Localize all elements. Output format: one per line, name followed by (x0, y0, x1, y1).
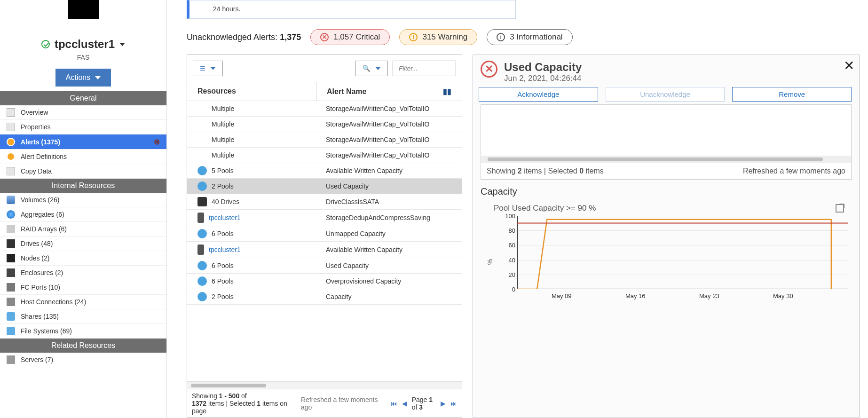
y-axis-label: % (486, 259, 494, 265)
table-row[interactable]: MultipleStorageAvailWrittenCap_VolTotalI… (187, 132, 462, 148)
table-footer: Showing 1 - 500 of 1372 items | Selected… (187, 389, 462, 418)
actions-button[interactable]: Actions (55, 69, 111, 87)
status-ok-icon (41, 40, 50, 48)
view-mode-button[interactable]: ☰ (193, 61, 223, 76)
table-row[interactable]: 5 PoolsAvailable Written Capacity (187, 163, 462, 179)
pool-icon (197, 292, 207, 301)
refreshed-label: Refreshed a few moments ago (743, 167, 845, 175)
table-row[interactable]: 2 PoolsUsed Capacity (187, 179, 462, 194)
cluster-header: tpccluster1 FAS Actions (0, 0, 166, 91)
pager: ⏮ ◀ Page 1 of 3 ▶ ⏭ (391, 396, 457, 411)
close-icon[interactable]: ⊗ (154, 137, 160, 146)
nav-overview[interactable]: Overview (0, 105, 166, 120)
nav-properties[interactable]: Properties (0, 120, 166, 134)
nav-servers[interactable]: Servers (7) (0, 353, 166, 367)
nav-volumes[interactable]: Volumes (26) (0, 193, 166, 207)
chevron-down-icon[interactable] (119, 43, 125, 46)
table-row[interactable]: MultipleStorageAvailWrittenCap_VolTotalI… (187, 117, 462, 132)
chart-title: Pool Used Capacity >= 90 % (494, 204, 596, 213)
resource-label: 6 Pools (212, 277, 234, 285)
srv-icon (197, 213, 204, 223)
detail-title: Used Capacity (504, 61, 582, 74)
nav-alert-definitions[interactable]: Alert Definitions (0, 150, 166, 164)
table-row[interactable]: 6 PoolsUnmapped Capacity (187, 226, 462, 242)
resource-label: tpccluster1 (209, 214, 241, 221)
y-tick-label: 60 (509, 242, 515, 249)
list-icon: ☰ (200, 65, 205, 72)
prev-page-icon[interactable]: ◀ (402, 400, 407, 407)
alert-name-label: Available Written Capacity (316, 246, 462, 253)
section-general: General (0, 91, 166, 105)
expand-icon[interactable] (836, 204, 844, 213)
nav-copy-data[interactable]: Copy Data (0, 164, 166, 179)
search-icon: 🔍 (363, 65, 371, 72)
column-settings-icon[interactable]: ▮▮ (443, 87, 451, 96)
chevron-down-icon (210, 67, 216, 70)
nav-fc-ports[interactable]: FC Ports (10) (0, 280, 166, 295)
refreshed-label: Refreshed a few moments ago (301, 396, 379, 411)
nav-raid[interactable]: RAID Arrays (6) (0, 222, 166, 237)
next-page-icon[interactable]: ▶ (441, 400, 446, 407)
pill-critical[interactable]: ✕1,057 Critical (310, 29, 390, 45)
horizontal-scrollbar[interactable] (481, 156, 851, 163)
critical-icon: ✕ (481, 61, 497, 78)
first-page-icon[interactable]: ⏮ (391, 400, 397, 407)
nav-alerts[interactable]: Alerts (1375)⊗ (0, 134, 166, 150)
table-header: Resources Alert Name▮▮ (187, 82, 462, 101)
alert-name-label: StorageAvailWrittenCap_VolTotalIO (316, 105, 462, 112)
nav-filesystems[interactable]: File Systems (69) (0, 324, 166, 339)
alert-name-label: StorageAvailWrittenCap_VolTotalIO (316, 136, 462, 143)
info-icon: i (497, 33, 505, 41)
nav-aggregates[interactable]: Aggregates (6) (0, 207, 166, 222)
nav-nodes[interactable]: Nodes (2) (0, 251, 166, 266)
y-tick-label: 20 (509, 271, 515, 278)
none-icon (197, 104, 207, 113)
sidebar: tpccluster1 FAS Actions General Overview… (0, 0, 167, 418)
x-tick-label: May 16 (625, 292, 646, 300)
node-icon (7, 254, 15, 262)
nav-host-connections[interactable]: Host Connections (24) (0, 295, 166, 309)
resource-label: Multiple (212, 120, 234, 128)
table-row[interactable]: 6 PoolsUsed Capacity (187, 258, 462, 274)
acknowledge-button[interactable]: Acknowledge (479, 87, 598, 102)
col-alert-name[interactable]: Alert Name▮▮ (316, 82, 462, 101)
alert-name-label: Unmapped Capacity (316, 230, 462, 237)
host-icon (7, 298, 15, 306)
table-row[interactable]: MultipleStorageAvailWrittenCap_VolTotalI… (187, 101, 462, 117)
table-row[interactable]: tpccluster1Available Written Capacity (187, 242, 462, 258)
x-tick-label: May 23 (699, 292, 719, 300)
alert-name-label: Used Capacity (316, 262, 462, 269)
search-button[interactable]: 🔍 (355, 61, 388, 76)
table-row[interactable]: MultipleStorageAvailWrittenCap_VolTotalI… (187, 148, 462, 163)
nav-drives[interactable]: Drives (48) (0, 237, 166, 251)
close-icon[interactable]: ✕ (844, 58, 854, 73)
resource-label: Multiple (212, 151, 234, 159)
pool-icon (197, 181, 207, 191)
alertdef-icon (7, 152, 15, 161)
resource-label: Multiple (212, 136, 234, 143)
horizontal-scrollbar[interactable] (187, 381, 462, 389)
volume-icon (7, 196, 15, 204)
remove-button[interactable]: Remove (732, 87, 852, 102)
warning-icon: ! (409, 33, 418, 41)
fs-icon (7, 327, 15, 335)
alert-name-label: Available Written Capacity (316, 167, 462, 174)
filter-input[interactable] (393, 61, 456, 76)
x-tick-label: May 09 (552, 292, 572, 300)
table-row[interactable]: 6 PoolsOverprovisioned Capacity (187, 274, 462, 289)
table-body: MultipleStorageAvailWrittenCap_VolTotalI… (187, 101, 462, 381)
pool-icon (197, 166, 207, 175)
col-resources[interactable]: Resources (187, 82, 316, 101)
last-page-icon[interactable]: ⏭ (450, 400, 457, 407)
nav-enclosures[interactable]: Enclosures (2) (0, 266, 166, 280)
critical-icon: ✕ (320, 33, 329, 41)
cluster-name[interactable]: tpccluster1 (55, 38, 115, 51)
table-row[interactable]: tpccluster1StorageDedupAndCompressSaving (187, 210, 462, 226)
table-row[interactable]: 40 DrivesDriveClassIsSATA (187, 194, 462, 210)
pill-warning[interactable]: !315 Warning (399, 29, 477, 45)
table-row[interactable]: 2 PoolsCapacity (187, 289, 462, 305)
nav-shares[interactable]: Shares (135) (0, 309, 166, 324)
y-tick-label: 40 (509, 256, 515, 263)
pill-informational[interactable]: i3 Informational (487, 29, 572, 45)
alert-name-label: StorageAvailWrittenCap_VolTotalIO (316, 151, 462, 159)
